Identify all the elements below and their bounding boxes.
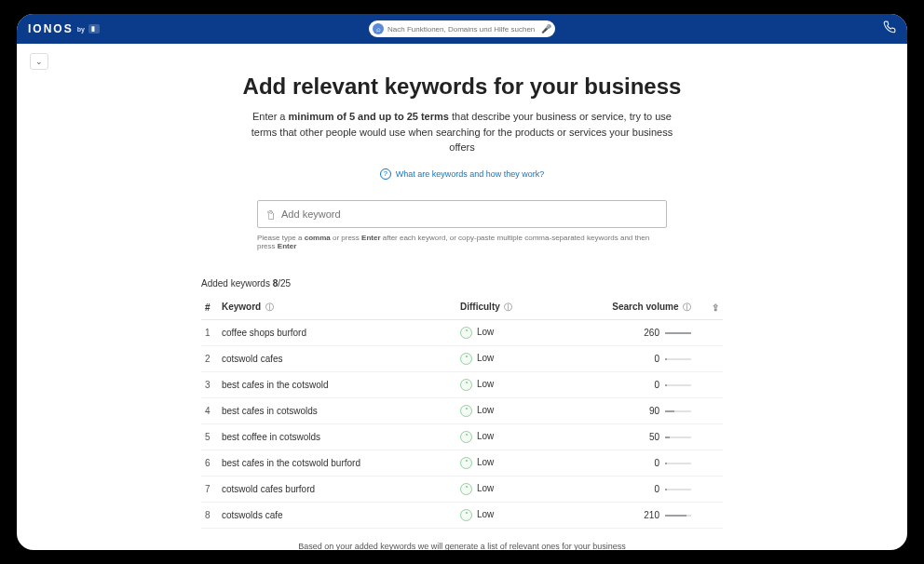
- col-difficulty[interactable]: Difficulty ⓘ: [456, 296, 554, 320]
- added-counter: Added keywords 8/25: [201, 278, 723, 289]
- table-row[interactable]: 1coffee shops burford˄Low260: [201, 319, 723, 345]
- search-icon: ⌕: [373, 23, 384, 34]
- row-index: 8: [201, 502, 218, 528]
- col-actions[interactable]: ⇪: [695, 296, 723, 320]
- row-actions: [695, 397, 723, 423]
- keywords-table: # Keyword ⓘ Difficulty ⓘ Search volume ⓘ…: [201, 296, 723, 529]
- row-volume: 0: [554, 450, 695, 476]
- info-icon[interactable]: ⓘ: [680, 302, 691, 312]
- page-body: Add relevant keywords for your business …: [201, 74, 723, 550]
- row-difficulty: ˄Low: [456, 345, 554, 371]
- table-row[interactable]: 4best cafes in cotswolds˄Low90: [201, 397, 723, 423]
- table-row[interactable]: 3best cafes in the cotswold˄Low0: [201, 371, 723, 397]
- volume-bar: [665, 358, 691, 360]
- difficulty-low-icon: ˄: [460, 405, 472, 417]
- keyword-input-wrap[interactable]: 🏷: [257, 200, 667, 228]
- row-volume: 210: [554, 502, 695, 528]
- row-keyword: best cafes in the cotswold burford: [218, 450, 456, 476]
- volume-bar: [665, 384, 691, 386]
- row-index: 6: [201, 450, 218, 476]
- export-icon[interactable]: ⇪: [712, 302, 719, 313]
- row-difficulty: ˄Low: [456, 476, 554, 502]
- info-icon[interactable]: ⓘ: [263, 302, 274, 312]
- row-keyword: best coffee in cotswolds: [218, 423, 456, 450]
- keyword-input[interactable]: [281, 208, 659, 220]
- page-title: Add relevant keywords for your business: [201, 74, 723, 100]
- brand-text: IONOS: [28, 22, 74, 35]
- row-actions: [695, 319, 723, 345]
- difficulty-low-icon: ˄: [460, 509, 472, 521]
- row-keyword: best cafes in the cotswold: [218, 371, 456, 397]
- app-window: IONOS by ▮ ⌕ 🎤 ⌄ Add relevant keywords f…: [15, 12, 909, 552]
- keyword-hint: Please type a comma or press Enter after…: [257, 234, 667, 250]
- page-scroll: ⌄ Add relevant keywords for your busines…: [17, 44, 907, 550]
- difficulty-low-icon: ˄: [460, 457, 472, 469]
- collapse-chevron-button[interactable]: ⌄: [30, 53, 48, 70]
- row-difficulty: ˄Low: [456, 319, 554, 345]
- row-difficulty: ˄Low: [456, 502, 554, 528]
- question-icon: ?: [380, 168, 391, 180]
- difficulty-low-icon: ˄: [460, 353, 472, 365]
- table-row[interactable]: 5best coffee in cotswolds˄Low50: [201, 423, 723, 450]
- volume-bar: [665, 515, 691, 517]
- row-volume: 0: [554, 371, 695, 397]
- table-row[interactable]: 7cotswold cafes burford˄Low0: [201, 476, 723, 502]
- info-icon[interactable]: ⓘ: [502, 302, 513, 312]
- volume-bar: [665, 463, 691, 464]
- row-actions: [695, 345, 723, 371]
- difficulty-low-icon: ˄: [460, 379, 472, 391]
- row-volume: 90: [554, 397, 695, 423]
- search-input[interactable]: [384, 25, 541, 34]
- volume-bar: [665, 410, 691, 412]
- volume-bar: [665, 436, 691, 438]
- mic-icon[interactable]: 🎤: [541, 24, 551, 34]
- col-keyword[interactable]: Keyword ⓘ: [218, 296, 456, 320]
- volume-bar: [665, 332, 691, 334]
- row-keyword: cotswold cafes burford: [218, 476, 456, 502]
- row-volume: 0: [554, 476, 695, 502]
- volume-bar: [665, 489, 691, 490]
- difficulty-low-icon: ˄: [460, 483, 472, 495]
- table-row[interactable]: 2cotswold cafes˄Low0: [201, 345, 723, 371]
- difficulty-low-icon: ˄: [460, 431, 472, 443]
- row-difficulty: ˄Low: [456, 397, 554, 423]
- row-actions: [695, 423, 723, 450]
- row-index: 2: [201, 345, 218, 371]
- row-keyword: coffee shops burford: [218, 319, 456, 345]
- row-difficulty: ˄Low: [456, 371, 554, 397]
- row-actions: [695, 450, 723, 476]
- suggest-note: Based on your added keywords we will gen…: [201, 542, 723, 551]
- row-difficulty: ˄Low: [456, 423, 554, 450]
- tag-icon: 🏷: [265, 208, 277, 219]
- row-actions: [695, 371, 723, 397]
- global-search[interactable]: ⌕ 🎤: [369, 20, 555, 37]
- row-volume: 0: [554, 345, 695, 371]
- row-index: 5: [201, 423, 218, 450]
- chevron-down-icon: ⌄: [35, 57, 43, 66]
- table-row[interactable]: 6best cafes in the cotswold burford˄Low0: [201, 450, 723, 476]
- row-index: 7: [201, 476, 218, 502]
- phone-icon: [883, 20, 896, 34]
- row-actions: [695, 476, 723, 502]
- col-num: #: [201, 296, 218, 320]
- row-difficulty: ˄Low: [456, 450, 554, 476]
- row-keyword: cotswold cafes: [218, 345, 456, 371]
- support-link[interactable]: [883, 20, 896, 37]
- brand-byline: by: [77, 26, 85, 33]
- row-keyword: cotswolds cafe: [218, 502, 456, 528]
- difficulty-low-icon: ˄: [460, 327, 472, 339]
- page-lead: Enter a minimum of 5 and up to 25 terms …: [238, 109, 686, 155]
- help-link-label: What are keywords and how they work?: [396, 169, 545, 179]
- row-keyword: best cafes in cotswolds: [218, 397, 456, 423]
- row-index: 4: [201, 397, 218, 423]
- col-volume[interactable]: Search volume ⓘ: [554, 296, 695, 320]
- row-volume: 50: [554, 423, 695, 450]
- brand-logo: IONOS by ▮: [28, 22, 100, 35]
- table-row[interactable]: 8cotswolds cafe˄Low210: [201, 502, 723, 528]
- help-link[interactable]: ? What are keywords and how they work?: [201, 168, 723, 180]
- brand-badge-icon: ▮: [88, 24, 100, 34]
- row-index: 1: [201, 319, 218, 345]
- top-nav: IONOS by ▮ ⌕ 🎤: [17, 14, 907, 44]
- row-volume: 260: [554, 319, 695, 345]
- row-index: 3: [201, 371, 218, 397]
